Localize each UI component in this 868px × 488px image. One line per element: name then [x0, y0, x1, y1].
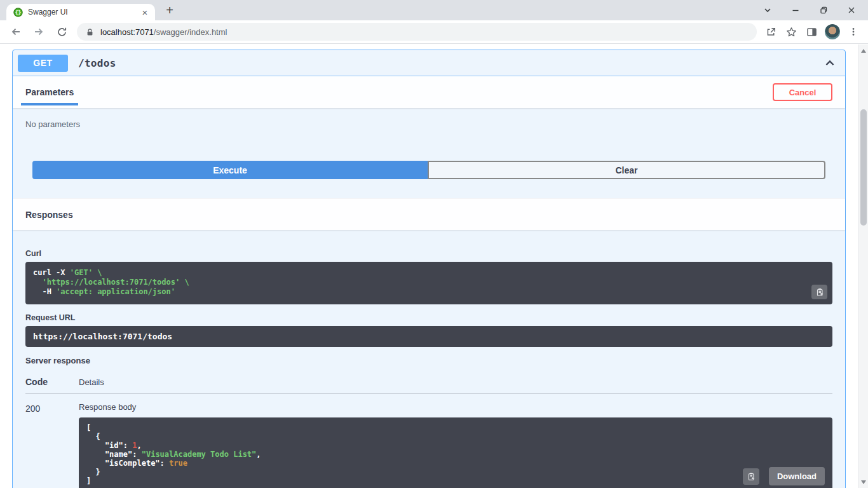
page-scrollbar[interactable]: [858, 44, 868, 488]
execute-button[interactable]: Execute: [32, 161, 428, 179]
response-details: Response body [ { "id": 1, "name": "Visu…: [79, 402, 832, 488]
parameters-body: No parameters: [13, 108, 845, 129]
scrollbar-thumb[interactable]: [860, 109, 867, 226]
method-badge: GET: [18, 55, 68, 72]
request-url-value: https://localhost:7071/todos: [33, 332, 172, 341]
download-button[interactable]: Download: [769, 467, 825, 485]
request-url-label: Request URL: [25, 313, 832, 322]
forward-icon[interactable]: [29, 22, 48, 41]
back-icon[interactable]: [6, 22, 25, 41]
responses-body: Curl curl -X 'GET' \ 'https://localhost:…: [13, 230, 845, 488]
tab-close-icon[interactable]: ×: [140, 8, 150, 17]
url-path: /swagger/index.html: [154, 27, 227, 37]
response-table-header: Code Details: [25, 377, 832, 387]
opblock-summary[interactable]: GET /todos: [13, 50, 845, 76]
swagger-favicon-icon: {}: [13, 8, 23, 17]
lock-icon: [86, 28, 94, 36]
url-text: localhost:7071/swagger/index.html: [100, 27, 227, 37]
cancel-button[interactable]: Cancel: [773, 83, 832, 101]
response-body-json: [ { "id": 1, "name": "VisualAcademy Todo…: [86, 423, 825, 485]
response-row-200: 200 Response body [ { "id": 1, "name": "…: [25, 402, 832, 488]
parameters-tab-label: Parameters: [25, 87, 74, 97]
kebab-menu-icon[interactable]: [843, 22, 864, 41]
svg-text:{}: {}: [15, 10, 22, 15]
execute-wrapper: Execute Clear: [32, 161, 825, 179]
restore-icon[interactable]: [810, 1, 837, 20]
browser-toolbar: localhost:7071/swagger/index.html: [0, 20, 868, 44]
table-divider: [25, 393, 832, 394]
copy-to-clipboard-button[interactable]: [811, 285, 827, 299]
response-body-block: [ { "id": 1, "name": "VisualAcademy Todo…: [79, 417, 832, 488]
responses-section-header: Responses: [13, 198, 845, 230]
parameters-section-header: Parameters Cancel: [13, 76, 845, 108]
clear-button[interactable]: Clear: [428, 161, 825, 179]
status-code: 200: [25, 402, 79, 488]
tab-parameters[interactable]: Parameters: [25, 76, 74, 108]
share-icon[interactable]: [761, 22, 781, 41]
endpoint-path: /todos: [78, 57, 116, 69]
curl-block: curl -X 'GET' \ 'https://localhost:7071/…: [25, 262, 832, 304]
responses-title: Responses: [25, 210, 73, 220]
tab-title: Swagger UI: [28, 8, 140, 17]
minimize-icon[interactable]: [782, 1, 810, 20]
copy-response-button[interactable]: [743, 468, 759, 485]
browser-chrome: {} Swagger UI × +: [0, 0, 868, 44]
tab-search-chevron-icon[interactable]: [754, 1, 782, 20]
opblock-get-todos: GET /todos Parameters Cancel No paramete…: [12, 50, 846, 488]
request-url-block: https://localhost:7071/todos: [25, 326, 832, 347]
address-bar[interactable]: localhost:7071/swagger/index.html: [77, 23, 757, 41]
side-panel-icon[interactable]: [801, 22, 822, 41]
details-column-header: Details: [79, 377, 104, 387]
server-response-label: Server response: [25, 356, 832, 365]
close-icon[interactable]: [837, 1, 865, 20]
window-controls: [754, 0, 865, 20]
scroll-up-arrow-icon[interactable]: [858, 46, 868, 55]
bookmark-star-icon[interactable]: [781, 22, 801, 41]
swagger-page: GET /todos Parameters Cancel No paramete…: [0, 44, 868, 488]
url-host: localhost:7071: [100, 27, 154, 37]
scroll-down-arrow-icon[interactable]: [858, 477, 868, 487]
curl-label: Curl: [25, 249, 832, 258]
new-tab-button[interactable]: +: [161, 3, 178, 18]
curl-command: curl -X 'GET' \ 'https://localhost:7071/…: [33, 268, 825, 297]
code-column-header: Code: [25, 377, 79, 387]
profile-avatar[interactable]: [825, 24, 840, 39]
reload-icon[interactable]: [52, 22, 71, 41]
browser-tab[interactable]: {} Swagger UI ×: [6, 4, 155, 20]
no-parameters-text: No parameters: [25, 119, 80, 129]
tab-strip: {} Swagger UI × +: [0, 0, 868, 20]
response-body-label: Response body: [79, 402, 832, 412]
collapse-chevron-icon[interactable]: [824, 57, 836, 69]
response-body-actions: Download: [743, 467, 825, 485]
